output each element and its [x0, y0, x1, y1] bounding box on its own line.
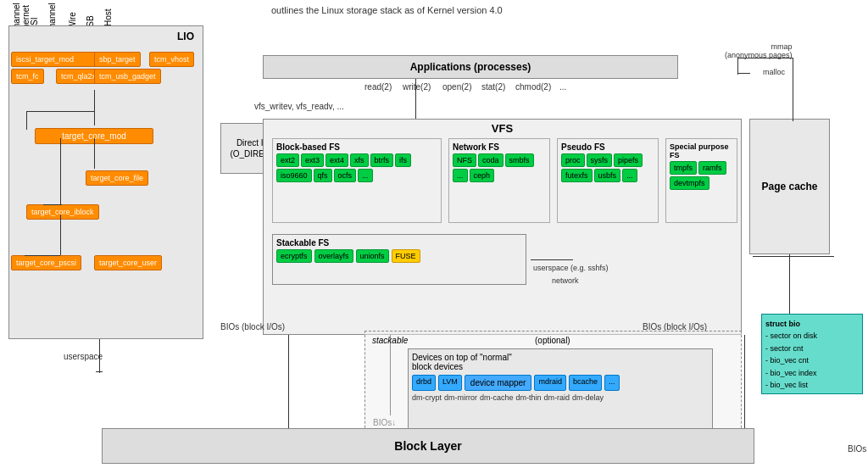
arrow-v5 — [60, 214, 61, 255]
fs-pipefs: pipefs — [614, 153, 643, 167]
fs-overlayfs: overlayfs — [314, 249, 353, 263]
bios-label-5: BIOs — [848, 444, 866, 454]
fs-xfs: xfs — [350, 153, 369, 167]
fs-proc: proc — [561, 153, 585, 167]
syscall-stat: stat(2) — [481, 82, 505, 92]
fs-usbfs: usbfs — [594, 169, 621, 182]
arrow-v4 — [60, 138, 61, 204]
network-fs-label: Network FS — [453, 142, 546, 152]
struct-bio-item5: - bio_vec list — [765, 381, 808, 389]
devices-label: Devices on top of "normal"block devices — [412, 353, 709, 371]
userspace-label: userspace — [64, 352, 103, 361]
malloc-arrow — [737, 73, 750, 74]
devices-box: Devices on top of "normal"block devices … — [408, 348, 713, 437]
arrow-tip1 — [96, 371, 103, 372]
network-label: network — [552, 276, 579, 285]
fs-btrfs: btrfs — [370, 153, 394, 167]
fs-ocfs: ocfs — [334, 169, 357, 182]
pseudo-fs-box: Pseudo FS proc sysfs pipefs futexfs usbf… — [557, 138, 659, 223]
stackable-fs-items: ecryptfs overlayfs unionfs FUSE — [276, 249, 522, 263]
stackable-label: stackable — [372, 336, 408, 345]
mod-target-core-iblock: target_core_iblock — [26, 204, 99, 220]
fs-coda: coda — [478, 153, 504, 167]
special-fs-label: Special purpose FS — [670, 142, 733, 159]
struct-bio-item4: - bio_vec index — [765, 369, 817, 377]
dm-raid: dm-raid — [544, 393, 570, 402]
page-cache-down-arrow — [789, 254, 790, 314]
mod-target-core-pscsi: target_core_pscsi — [11, 255, 81, 270]
arrow-v2 — [26, 111, 27, 130]
block-layer-box: Block Layer — [102, 428, 754, 464]
fs-tmpfs: tmpfs — [670, 161, 697, 175]
applications-bar: Applications (processes) — [263, 55, 678, 79]
fs-qfs: qfs — [314, 169, 332, 182]
fs-ext2: ext2 — [276, 153, 299, 167]
optional-box: stackable (optional) Devices on top of "… — [364, 331, 742, 441]
mmap-arrow — [793, 58, 793, 121]
mmap-h-arrow — [737, 58, 793, 58]
diagram-title: outlines the Linux storage stack as of K… — [271, 5, 503, 15]
optional-label: (optional) — [535, 336, 570, 345]
fs-ext3: ext3 — [301, 153, 324, 167]
syscall-chmod: chmod(2) — [515, 82, 551, 92]
page-cache-label: Page cache — [761, 181, 817, 192]
fs-ext4: ext4 — [326, 153, 348, 167]
struct-bio-item1: - sector on disk — [765, 332, 817, 340]
syscall-write: write(2) — [403, 82, 431, 92]
fs-sysfs: sysfs — [587, 153, 613, 167]
syscall-open: open(2) — [442, 82, 471, 92]
mmap-v-arrow — [737, 58, 738, 75]
dev-etc: ... — [604, 375, 620, 391]
struct-bio-item2: - sector cnt — [765, 344, 804, 353]
fuse-arrow — [531, 259, 573, 260]
dev-mdraid: mdraid — [534, 375, 566, 391]
vfs-label: VFS — [492, 122, 513, 135]
mod-tcm-usb: tcm_usb_gadget — [94, 69, 161, 84]
struct-bio-item3: - bio_vec cnt — [765, 356, 809, 365]
lio-box: LIO tcm_fc iscsi_target_mod tcm_qla2xxx … — [8, 25, 203, 339]
malloc-label: malloc — [763, 68, 785, 76]
lio-down-arrow — [99, 339, 100, 373]
mod-sbp-target: sbp_target — [94, 52, 141, 67]
block-fs-box: Block-based FS ext2 ext3 ext4 xfs btrfs … — [272, 138, 442, 223]
v-arrow-right — [744, 335, 745, 428]
fs-iso9660: iso9660 — [276, 169, 312, 182]
syscall-etc: ... — [559, 82, 566, 92]
fs-devtmpfs: devtmpfs — [670, 176, 709, 190]
dm-items: dm-crypt dm-mirror dm-cache dm-thin dm-r… — [412, 393, 709, 402]
syscall-read: read(2) — [364, 82, 392, 92]
arrow-h3 — [25, 255, 60, 256]
applications-label: Applications (processes) — [410, 61, 531, 73]
page-cache-box: Page cache — [749, 119, 830, 254]
fs-ifs: ifs — [395, 153, 411, 167]
mod-tcm-vhost: tcm_vhost — [149, 52, 194, 67]
block-layer-label: Block Layer — [394, 439, 461, 453]
dev-drbd: drbd — [412, 375, 436, 391]
h-arrow-right — [753, 256, 834, 257]
fs-futexfs: futexfs — [561, 169, 593, 182]
arrow-v3 — [94, 138, 95, 169]
vfs-box: VFS Block-based FS ext2 ext3 ext4 xfs bt… — [263, 119, 742, 335]
vfs-writev-label: vfs_writev, vfs_readv, ... — [254, 102, 344, 111]
dm-thin: dm-thin — [516, 393, 542, 402]
diagram-container: outlines the Linux storage stack as of K… — [0, 0, 868, 468]
v-arrow-left — [288, 335, 289, 428]
arrow-v1 — [94, 90, 95, 125]
dm-delay: dm-delay — [572, 393, 604, 402]
dev-bcache: bcache — [569, 375, 602, 391]
pseudo-fs-items: proc sysfs pipefs futexfs usbfs ... — [561, 153, 654, 182]
mmap-label: mmap(anonymous pages) — [725, 42, 793, 59]
stackable-fs-box: Stackable FS ecryptfs overlayfs unionfs … — [272, 234, 526, 285]
bios-label-1: BIOs (block I/Os) — [220, 322, 285, 332]
fs-unionfs: unionfs — [356, 249, 389, 263]
mod-tcm-fc: tcm_fc — [11, 69, 44, 84]
special-fs-box: Special purpose FS tmpfs ramfs devtmpfs — [665, 138, 737, 223]
fs-smbfs: smbfs — [505, 153, 534, 167]
lio-label: LIO — [177, 31, 194, 42]
block-fs-label: Block-based FS — [276, 142, 437, 152]
mod-target-core-user: target_core_user — [94, 255, 162, 270]
fs-block-etc: ... — [358, 169, 373, 182]
pseudo-fs-label: Pseudo FS — [561, 142, 654, 152]
block-fs-items: ext2 ext3 ext4 xfs btrfs ifs iso9660 qfs… — [276, 153, 437, 182]
fs-nfs: NFS — [453, 153, 476, 167]
